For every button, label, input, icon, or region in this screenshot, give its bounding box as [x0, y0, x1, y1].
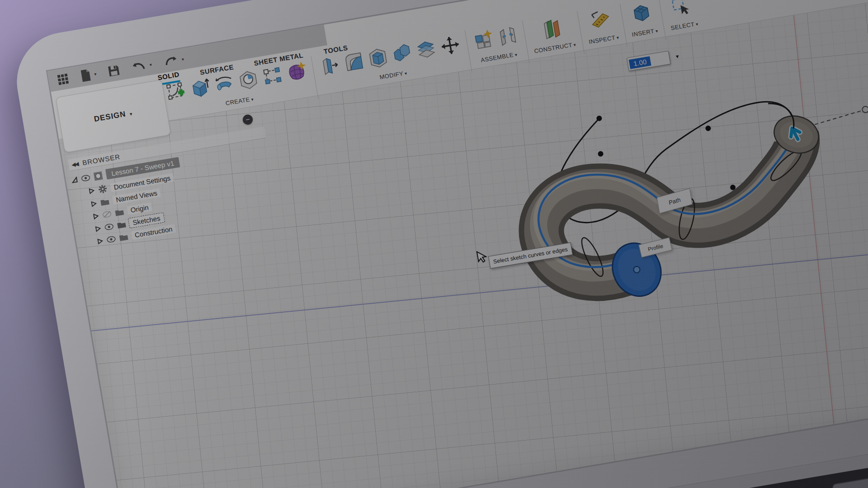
browser-item-label[interactable]: Sketches: [129, 213, 164, 227]
redo-icon[interactable]: ▾: [162, 53, 185, 68]
folder-icon: [118, 233, 128, 241]
insert-mesh-icon[interactable]: [630, 1, 654, 25]
construct-menu[interactable]: CONSTRUCT▾: [533, 41, 576, 54]
joint-icon[interactable]: [496, 24, 520, 48]
eye-icon[interactable]: [104, 223, 114, 230]
collapse-panel-icon[interactable]: ◀◀: [71, 160, 79, 168]
extrude-icon[interactable]: [188, 76, 212, 100]
collapsed-triangle-icon[interactable]: [94, 225, 101, 232]
file-new-icon[interactable]: ▾: [80, 67, 98, 83]
measure-icon[interactable]: [589, 8, 613, 32]
construction-plane-icon[interactable]: [540, 16, 564, 40]
assemble-menu[interactable]: ASSEMBLE▾: [480, 51, 518, 63]
offset-face-icon[interactable]: [414, 38, 438, 61]
shell-icon[interactable]: [366, 46, 390, 70]
workspace-label: DESIGN ▾: [94, 108, 133, 124]
group-inspect: INSPECT▾: [579, 4, 624, 46]
sketch-dimension-icon[interactable]: [260, 64, 284, 88]
browser-item-label[interactable]: Origin: [127, 202, 152, 215]
create-sketch-icon[interactable]: [164, 80, 188, 104]
folder-icon: [114, 208, 124, 216]
app-grid-icon[interactable]: [56, 73, 70, 86]
file-dropdown-caret[interactable]: ▾: [94, 71, 97, 77]
eye-icon[interactable]: [80, 174, 90, 182]
path-label-text: Path: [668, 196, 681, 206]
collapsed-triangle-icon[interactable]: [90, 200, 97, 207]
redo-dropdown-caret[interactable]: ▾: [181, 56, 184, 62]
undo-dropdown-caret[interactable]: ▾: [149, 62, 152, 67]
app-window: Path Profile Select sketch curves or edg…: [47, 0, 868, 488]
component-cube-icon: [93, 171, 104, 181]
select-icon[interactable]: [669, 0, 693, 19]
hole-icon[interactable]: [236, 68, 260, 92]
combine-icon[interactable]: [390, 42, 414, 66]
collapsed-triangle-icon[interactable]: [88, 187, 95, 194]
group-assemble: ASSEMBLE▾: [467, 21, 526, 65]
press-pull-icon[interactable]: [318, 54, 342, 78]
keyboard-key: [832, 474, 868, 488]
folder-icon: [117, 220, 127, 229]
group-select: SELECT▾: [661, 0, 703, 32]
dimension-value[interactable]: 1.00: [629, 56, 651, 69]
form-icon[interactable]: [284, 60, 308, 84]
mouse-cursor-icon: [475, 249, 489, 265]
gear-icon: [98, 184, 108, 194]
expand-triangle-icon[interactable]: [71, 176, 78, 183]
undo-icon[interactable]: ▾: [130, 58, 153, 73]
move-icon[interactable]: [438, 33, 462, 57]
fillet-icon[interactable]: [342, 50, 366, 74]
insert-menu[interactable]: INSERT▾: [632, 27, 659, 38]
stage: Path Profile Select sketch curves or edg…: [0, 0, 868, 488]
revolve-icon[interactable]: [212, 72, 236, 96]
save-icon[interactable]: [107, 64, 121, 78]
modify-menu[interactable]: MODIFY▾: [379, 70, 408, 81]
profile-label-text: Profile: [647, 243, 664, 253]
new-component-icon[interactable]: [472, 28, 495, 52]
inspect-menu[interactable]: INSPECT▾: [588, 33, 619, 45]
folder-icon: [100, 197, 110, 206]
create-menu[interactable]: CREATE▾: [225, 95, 254, 107]
select-menu[interactable]: SELECT▾: [670, 20, 699, 32]
collapsed-triangle-icon[interactable]: [97, 237, 104, 244]
eye-icon[interactable]: [106, 235, 116, 243]
group-construct: CONSTRUCT▾: [524, 12, 581, 56]
group-insert: INSERT▾: [622, 0, 663, 39]
collapsed-triangle-icon[interactable]: [93, 212, 99, 220]
eye-slash-icon[interactable]: [102, 210, 112, 218]
